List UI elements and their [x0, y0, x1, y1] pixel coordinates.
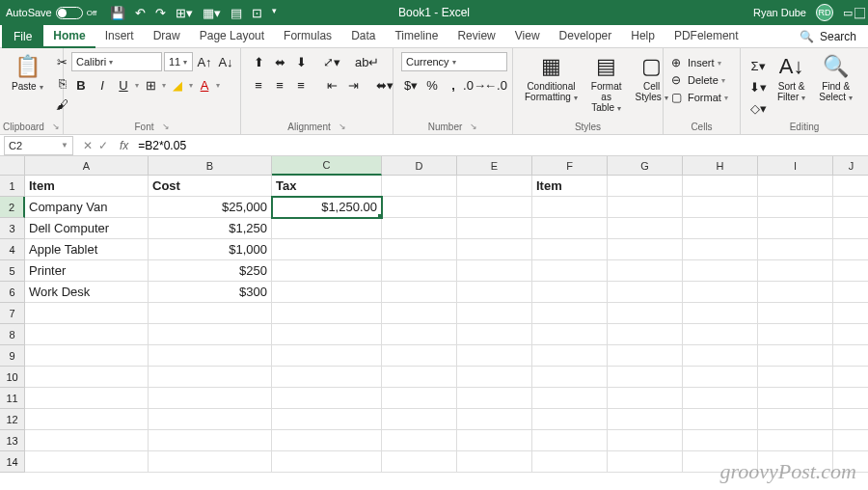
- percent-button[interactable]: %: [422, 75, 442, 95]
- cell[interactable]: [532, 409, 608, 430]
- cell[interactable]: [457, 260, 532, 282]
- column-header[interactable]: H: [683, 156, 758, 176]
- cell[interactable]: [532, 345, 608, 367]
- font-size-select[interactable]: 11: [164, 52, 193, 71]
- qat-item-icon[interactable]: ⊡: [252, 6, 262, 20]
- cell[interactable]: [532, 239, 608, 260]
- cell[interactable]: [683, 345, 758, 367]
- cell[interactable]: [833, 176, 868, 197]
- cell[interactable]: [833, 303, 868, 324]
- row-header[interactable]: 9: [0, 345, 25, 367]
- decrease-indent-button[interactable]: ⇤: [322, 75, 341, 95]
- cell[interactable]: [149, 303, 272, 324]
- cell[interactable]: [683, 176, 758, 197]
- cell[interactable]: [25, 451, 149, 473]
- cell[interactable]: [683, 197, 758, 218]
- cell[interactable]: [608, 303, 683, 324]
- orientation-button[interactable]: ⤢▾: [322, 52, 341, 71]
- underline-button[interactable]: U: [114, 75, 133, 95]
- dialog-launcher-icon[interactable]: ↘: [52, 122, 60, 132]
- cell[interactable]: [272, 260, 382, 282]
- cell[interactable]: [149, 324, 272, 345]
- cell[interactable]: [833, 197, 868, 218]
- cell[interactable]: [457, 176, 532, 197]
- cell[interactable]: [833, 218, 868, 239]
- cell[interactable]: [382, 218, 457, 239]
- tab-data[interactable]: Data: [341, 25, 385, 48]
- cell[interactable]: [382, 324, 457, 345]
- column-header[interactable]: D: [382, 156, 457, 176]
- cell[interactable]: [532, 367, 608, 388]
- cell[interactable]: Item: [25, 176, 149, 197]
- cell[interactable]: [382, 239, 457, 260]
- cell[interactable]: [683, 239, 758, 260]
- row-header[interactable]: 10: [0, 367, 25, 388]
- cell[interactable]: [683, 324, 758, 345]
- cell[interactable]: [532, 430, 608, 451]
- cell[interactable]: [149, 430, 272, 451]
- save-icon[interactable]: 💾: [110, 6, 125, 20]
- cell[interactable]: [833, 345, 868, 367]
- increase-font-button[interactable]: A↑: [195, 52, 214, 71]
- increase-indent-button[interactable]: ⇥: [343, 75, 363, 95]
- row-header[interactable]: 2: [0, 197, 25, 218]
- cell[interactable]: [683, 303, 758, 324]
- cell[interactable]: [532, 197, 608, 218]
- clear-button[interactable]: ◇▾: [748, 98, 768, 118]
- cell[interactable]: Tax: [272, 176, 382, 197]
- cell[interactable]: [758, 324, 833, 345]
- cell[interactable]: [457, 303, 532, 324]
- cell[interactable]: [758, 388, 833, 409]
- cell[interactable]: [272, 367, 382, 388]
- enter-formula-button[interactable]: ✓: [98, 139, 108, 152]
- qat-item-icon[interactable]: ▤: [231, 6, 242, 20]
- ribbon-display-icon[interactable]: ▭: [843, 7, 853, 19]
- redo-icon[interactable]: ↷: [155, 6, 166, 20]
- autosum-button[interactable]: Σ▾: [748, 56, 768, 75]
- row-header[interactable]: 4: [0, 239, 25, 260]
- currency-button[interactable]: $▾: [401, 75, 420, 95]
- cell[interactable]: [457, 218, 532, 239]
- cell[interactable]: Item: [532, 176, 608, 197]
- cell[interactable]: [683, 260, 758, 282]
- cell[interactable]: [382, 409, 457, 430]
- sort-filter-button[interactable]: A↓ Sort & Filter: [773, 52, 809, 105]
- cell[interactable]: [457, 345, 532, 367]
- tab-home[interactable]: Home: [43, 25, 95, 48]
- row-header[interactable]: 12: [0, 409, 25, 430]
- select-all-corner[interactable]: [0, 156, 25, 176]
- cell[interactable]: [25, 324, 149, 345]
- cell[interactable]: [149, 388, 272, 409]
- row-header[interactable]: 6: [0, 282, 25, 303]
- cell[interactable]: [532, 451, 608, 473]
- column-header[interactable]: G: [608, 156, 683, 176]
- cell[interactable]: [272, 303, 382, 324]
- delete-cells-button[interactable]: ⊖Delete▾: [671, 73, 725, 87]
- cell[interactable]: Company Van: [25, 197, 149, 218]
- cell[interactable]: [683, 388, 758, 409]
- cell[interactable]: [25, 303, 149, 324]
- cell[interactable]: [758, 303, 833, 324]
- cell[interactable]: [608, 451, 683, 473]
- cell[interactable]: [833, 282, 868, 303]
- cell[interactable]: $25,000: [149, 197, 272, 218]
- row-header[interactable]: 11: [0, 388, 25, 409]
- cell[interactable]: [532, 388, 608, 409]
- cell[interactable]: [25, 409, 149, 430]
- font-name-select[interactable]: Calibri: [71, 52, 162, 71]
- cell[interactable]: [608, 239, 683, 260]
- cell[interactable]: [457, 197, 532, 218]
- cell[interactable]: [758, 409, 833, 430]
- cell[interactable]: [608, 282, 683, 303]
- column-header[interactable]: I: [758, 156, 833, 176]
- format-as-table-button[interactable]: ▤ Format as Table: [587, 52, 626, 116]
- cell[interactable]: [457, 239, 532, 260]
- row-header[interactable]: 8: [0, 324, 25, 345]
- cell[interactable]: [382, 197, 457, 218]
- cell[interactable]: [833, 409, 868, 430]
- name-box[interactable]: C2 ▼: [4, 136, 73, 155]
- tab-developer[interactable]: Developer: [550, 25, 622, 48]
- formula-input[interactable]: [134, 136, 868, 155]
- tab-view[interactable]: View: [505, 25, 550, 48]
- cell[interactable]: [382, 451, 457, 473]
